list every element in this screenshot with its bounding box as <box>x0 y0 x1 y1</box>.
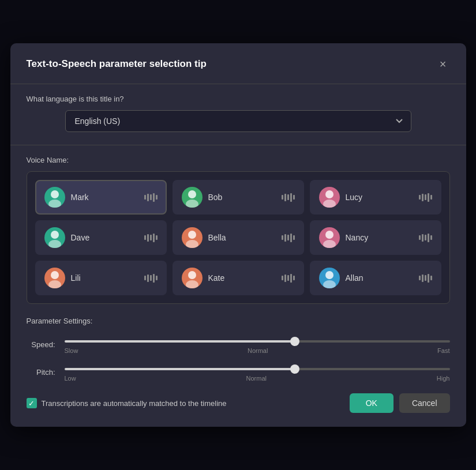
section-divider <box>10 145 466 145</box>
wave-icon-bob <box>282 193 295 202</box>
voice-name-bella: Bella <box>208 233 276 242</box>
avatar-bella <box>182 227 203 248</box>
avatar-mark <box>44 187 65 208</box>
speed-tick-normal: Normal <box>248 347 268 354</box>
avatar-bob <box>182 187 203 208</box>
checkbox-row: ✓ Transcriptions are automatically match… <box>27 398 227 408</box>
avatar-lucy <box>319 187 340 208</box>
voice-section-label: Voice Name: <box>27 156 450 164</box>
language-select-wrap: English (US) English (UK) Spanish French… <box>65 110 411 134</box>
checkbox-label: Transcriptions are automatically matched… <box>42 399 227 408</box>
voice-card-nancy[interactable]: Nancy <box>310 220 441 255</box>
svg-point-13 <box>48 280 61 288</box>
language-question: What language is this title in? <box>27 95 450 103</box>
header-divider <box>10 84 466 84</box>
voice-grid-container[interactable]: Mark Bob Lucy <box>27 171 450 304</box>
avatar-lili <box>44 268 65 288</box>
footer: ✓ Transcriptions are automatically match… <box>27 393 450 413</box>
voice-name-allan: Allan <box>346 273 413 283</box>
pitch-tick-low: Low <box>65 375 76 382</box>
wave-icon-lucy <box>419 193 432 202</box>
svg-point-16 <box>325 271 333 279</box>
svg-point-2 <box>188 190 196 198</box>
wave-icon-kate <box>282 274 295 283</box>
speed-tick-fast: Fast <box>437 347 449 354</box>
speed-slider-wrap: Slow Normal Fast <box>65 334 450 354</box>
svg-point-12 <box>51 271 59 279</box>
voice-grid: Mark Bob Lucy <box>35 180 441 295</box>
voice-card-lucy[interactable]: Lucy <box>310 180 441 215</box>
wave-icon-lili <box>144 274 158 283</box>
language-select[interactable]: English (US) English (UK) Spanish French… <box>65 110 411 132</box>
pitch-ticks: Low Normal High <box>65 375 450 382</box>
close-button[interactable]: × <box>436 57 450 71</box>
voice-card-dave[interactable]: Dave <box>35 220 167 255</box>
svg-point-7 <box>48 240 61 248</box>
wave-icon-dave <box>144 234 158 242</box>
param-section: Parameter Settings: Speed: Slow Normal F… <box>27 317 450 382</box>
voice-name-nancy: Nancy <box>346 233 413 242</box>
voice-name-lucy: Lucy <box>346 193 413 202</box>
voice-name-kate: Kate <box>208 273 276 283</box>
svg-point-9 <box>186 240 198 248</box>
voice-card-bella[interactable]: Bella <box>173 220 304 255</box>
svg-point-11 <box>323 240 336 248</box>
param-section-label: Parameter Settings: <box>27 317 450 325</box>
svg-point-17 <box>323 280 336 288</box>
footer-buttons: OK Cancel <box>350 393 450 413</box>
pitch-tick-normal: Normal <box>246 375 267 382</box>
avatar-allan <box>319 268 340 288</box>
pitch-label: Pitch: <box>27 368 55 377</box>
ok-button[interactable]: OK <box>350 393 393 413</box>
speed-row: Speed: Slow Normal Fast <box>27 334 450 354</box>
svg-point-5 <box>323 200 336 208</box>
voice-card-kate[interactable]: Kate <box>173 261 304 295</box>
dialog-header: Text-to-Speech parameter selection tip × <box>27 57 450 71</box>
voice-card-mark[interactable]: Mark <box>35 180 167 215</box>
svg-point-6 <box>51 231 59 239</box>
pitch-slider-wrap: Low Normal High <box>65 362 450 382</box>
avatar-kate <box>182 268 203 288</box>
dialog: Text-to-Speech parameter selection tip ×… <box>10 43 466 427</box>
pitch-row: Pitch: Low Normal High <box>27 362 450 382</box>
voice-name-dave: Dave <box>71 233 138 242</box>
svg-point-8 <box>188 231 196 239</box>
checkmark-icon: ✓ <box>28 400 35 407</box>
svg-point-1 <box>48 200 61 208</box>
speed-ticks: Slow Normal Fast <box>65 347 450 354</box>
svg-point-15 <box>186 280 198 288</box>
voice-card-allan[interactable]: Allan <box>310 261 441 295</box>
speed-slider[interactable] <box>65 340 450 343</box>
voice-name-lili: Lili <box>71 273 138 283</box>
speed-tick-slow: Slow <box>65 347 78 354</box>
auto-match-checkbox[interactable]: ✓ <box>27 398 37 408</box>
avatar-nancy <box>319 227 340 248</box>
svg-point-0 <box>51 190 59 198</box>
cancel-button[interactable]: Cancel <box>399 393 450 413</box>
wave-icon-mark <box>144 193 158 202</box>
wave-icon-nancy <box>419 234 432 242</box>
avatar-dave <box>44 227 65 248</box>
svg-point-10 <box>325 231 333 239</box>
voice-name-mark: Mark <box>71 193 138 202</box>
wave-icon-allan <box>419 274 432 283</box>
svg-point-3 <box>186 200 198 208</box>
voice-card-lili[interactable]: Lili <box>35 261 167 295</box>
dialog-title: Text-to-Speech parameter selection tip <box>27 58 207 70</box>
svg-point-4 <box>325 190 333 198</box>
voice-card-bob[interactable]: Bob <box>173 180 304 215</box>
speed-label: Speed: <box>27 340 55 349</box>
pitch-tick-high: High <box>437 375 450 382</box>
voice-name-bob: Bob <box>208 193 276 202</box>
pitch-slider[interactable] <box>65 368 450 370</box>
wave-icon-bella <box>282 234 295 242</box>
svg-point-14 <box>188 271 196 279</box>
